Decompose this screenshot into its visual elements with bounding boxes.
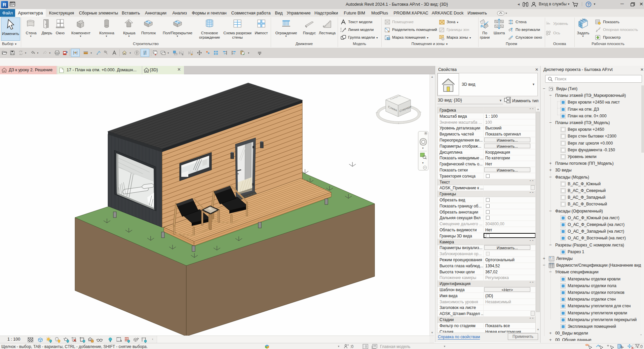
svg-text:?: ? [588, 2, 590, 6]
svg-text:1: 1 [106, 51, 107, 53]
svg-text:-1: -1 [546, 21, 547, 23]
